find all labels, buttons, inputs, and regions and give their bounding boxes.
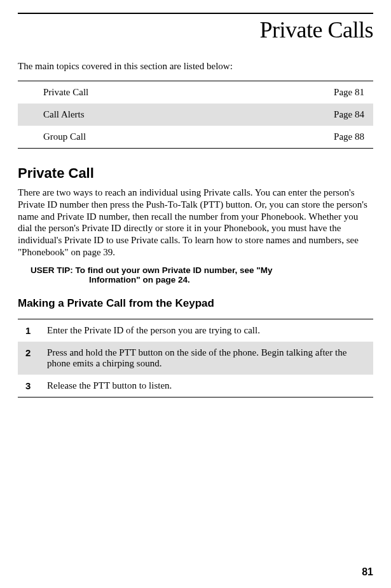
top-rule xyxy=(18,13,373,14)
step-number: 2 xyxy=(18,342,39,375)
topic-name: Call Alerts xyxy=(18,104,222,126)
table-row: Group Call Page 88 xyxy=(18,126,373,149)
step-text: Enter the Private ID of the person you a… xyxy=(39,319,373,342)
user-tip-label: USER TIP: xyxy=(31,265,73,275)
step-text: Press and hold the PTT button on the sid… xyxy=(39,342,373,375)
table-row: 2 Press and hold the PTT button on the s… xyxy=(18,342,373,375)
user-tip-text-line1: To find out your own Private ID number, … xyxy=(76,265,273,275)
topic-page: Page 84 xyxy=(222,104,373,126)
table-row: 1 Enter the Private ID of the person you… xyxy=(18,319,373,342)
topic-name: Group Call xyxy=(18,126,222,149)
step-number: 1 xyxy=(18,319,39,342)
topic-page: Page 81 xyxy=(222,81,373,104)
user-tip: USER TIP: To find out your own Private I… xyxy=(31,265,373,286)
steps-table: 1 Enter the Private ID of the person you… xyxy=(18,319,373,398)
topic-page: Page 88 xyxy=(222,126,373,149)
sub-heading-making-call: Making a Private Call from the Keypad xyxy=(18,297,373,310)
table-row: 3 Release the PTT button to listen. xyxy=(18,375,373,398)
topic-name: Private Call xyxy=(18,81,222,104)
table-row: Call Alerts Page 84 xyxy=(18,104,373,126)
body-paragraph: There are two ways to reach an individua… xyxy=(18,187,373,258)
step-number: 3 xyxy=(18,375,39,398)
section-heading-private-call: Private Call xyxy=(18,165,373,182)
page-title: Private Calls xyxy=(18,17,373,43)
table-row: Private Call Page 81 xyxy=(18,81,373,104)
intro-text: The main topics covered in this section … xyxy=(18,61,373,72)
page-number: 81 xyxy=(362,566,373,578)
topics-table: Private Call Page 81 Call Alerts Page 84… xyxy=(18,81,373,149)
user-tip-text-line2: Information" on page 24. xyxy=(31,274,373,286)
step-text: Release the PTT button to listen. xyxy=(39,375,373,398)
